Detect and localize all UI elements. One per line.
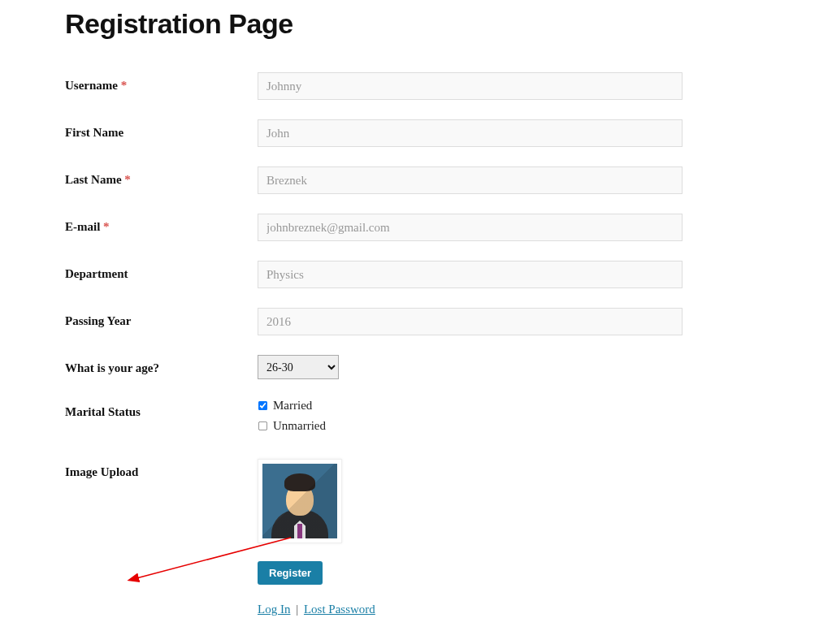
label-image-upload-text: Image Upload [65, 465, 138, 478]
passingyear-input[interactable] [258, 308, 682, 335]
avatar-icon [262, 464, 337, 538]
row-image-upload: Image Upload [65, 459, 767, 616]
label-department: Department [65, 261, 258, 281]
label-passingyear: Passing Year [65, 308, 258, 328]
married-checkbox[interactable] [258, 401, 267, 410]
label-firstname: First Name [65, 119, 258, 140]
label-firstname-text: First Name [65, 126, 124, 139]
page-title: Registration Page [65, 8, 767, 40]
label-lastname: Last Name * [65, 166, 258, 187]
auth-links: Log In | Lost Password [258, 603, 767, 616]
row-firstname: First Name [65, 119, 767, 147]
department-input[interactable] [258, 261, 682, 288]
label-age: What is your age? [65, 355, 258, 375]
married-label: Married [273, 399, 312, 413]
marital-option: Married [258, 399, 767, 413]
avatar-upload[interactable] [258, 459, 342, 543]
row-email: E-mail * [65, 214, 767, 241]
row-age: What is your age? 26-30 [65, 355, 767, 379]
row-marital: Marital Status Married Unmarried [65, 399, 767, 439]
row-username: Username * [65, 72, 767, 100]
row-passingyear: Passing Year [65, 308, 767, 335]
label-email-text: E-mail [65, 220, 100, 233]
label-image-upload: Image Upload [65, 459, 258, 479]
label-marital: Marital Status [65, 399, 258, 419]
label-passingyear-text: Passing Year [65, 314, 132, 327]
lost-password-link[interactable]: Lost Password [304, 603, 375, 616]
label-username-text: Username [65, 79, 118, 92]
label-age-text: What is your age? [65, 361, 159, 374]
lastname-input[interactable] [258, 166, 682, 194]
row-department: Department [65, 261, 767, 288]
age-select[interactable]: 26-30 [258, 355, 339, 379]
register-button[interactable]: Register [258, 561, 323, 585]
label-lastname-text: Last Name [65, 173, 122, 186]
label-marital-text: Marital Status [65, 405, 141, 418]
unmarried-label: Unmarried [273, 419, 326, 433]
label-username: Username * [65, 72, 258, 93]
label-email: E-mail * [65, 214, 258, 234]
firstname-input[interactable] [258, 119, 682, 147]
row-lastname: Last Name * [65, 166, 767, 194]
label-department-text: Department [65, 267, 128, 280]
required-marker: * [103, 220, 110, 233]
required-marker: * [124, 173, 131, 186]
login-link[interactable]: Log In [258, 603, 290, 616]
email-input[interactable] [258, 214, 682, 241]
unmarried-checkbox[interactable] [258, 421, 267, 430]
link-separator: | [296, 603, 298, 616]
username-input[interactable] [258, 72, 682, 100]
marital-option: Unmarried [258, 419, 767, 433]
required-marker: * [121, 79, 128, 92]
